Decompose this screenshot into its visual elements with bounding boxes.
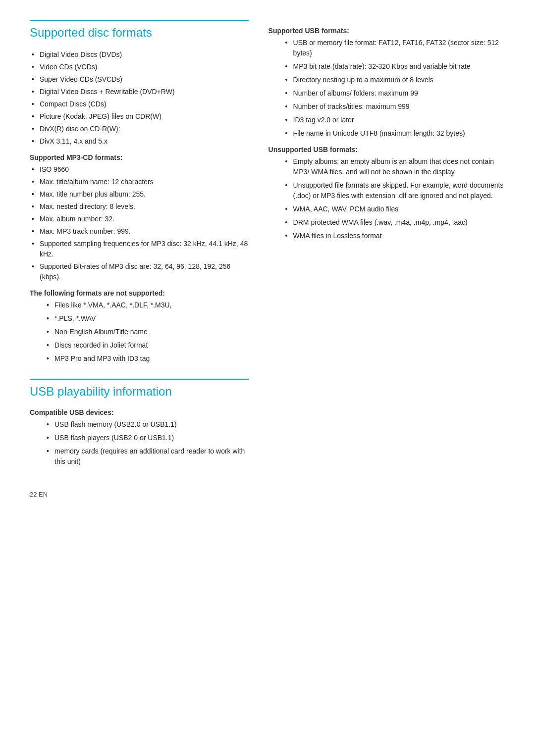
list-item: Directory nesting up to a maximum of 8 l… — [283, 75, 505, 85]
list-item: Discs recorded in Joliet format — [45, 340, 249, 351]
supported-usb-list: USB or memory file format: FAT12, FAT16,… — [268, 38, 505, 139]
left-column: Supported disc formats Digital Video Dis… — [30, 20, 249, 471]
mp3-items-list: ISO 9660Max. title/album name: 12 charac… — [30, 164, 249, 282]
list-item: USB flash memory (USB2.0 or USB1.1) — [45, 419, 249, 430]
list-item: DivX(R) disc on CD-R(W): — [30, 124, 249, 134]
list-item: File name in Unicode UTF8 (maximum lengt… — [283, 128, 505, 139]
unsupported-usb-list: Empty albums: an empty album is an album… — [268, 156, 505, 241]
list-item: ID3 tag v2.0 or later — [283, 115, 505, 125]
list-item: Max. title number plus album: 255. — [30, 189, 249, 200]
list-item: Number of tracks/titles: maximum 999 — [283, 101, 505, 112]
list-item: *.PLS, *.WAV — [45, 313, 249, 324]
list-item: USB flash players (USB2.0 or USB1.1) — [45, 433, 249, 443]
list-item: DRM protected WMA files (.wav, .m4a, .m4… — [283, 217, 505, 228]
unsupported-usb-title: Unsupported USB formats: — [268, 146, 505, 153]
list-item: Super Video CDs (SVCDs) — [30, 74, 249, 85]
list-item: Picture (Kodak, JPEG) files on CDR(W) — [30, 111, 249, 122]
list-item: Files like *.VMA, *.AAC, *.DLF, *.M3U, — [45, 300, 249, 310]
not-supported-title: The following formats are not supported: — [30, 289, 249, 297]
list-item: Supported sampling frequencies for MP3 d… — [30, 239, 249, 259]
list-item: Max. album number: 32. — [30, 214, 249, 224]
supported-usb-title: Supported USB formats: — [268, 27, 505, 35]
page-container: Supported disc formats Digital Video Dis… — [0, 0, 535, 518]
list-item: MP3 bit rate (data rate): 32-320 Kbps an… — [283, 61, 505, 72]
list-item: Digital Video Discs + Rewritable (DVD+RW… — [30, 87, 249, 97]
list-item: Number of albums/ folders: maximum 99 — [283, 88, 505, 99]
disc-items-list: Digital Video Discs (DVDs)Video CDs (VCD… — [30, 50, 249, 147]
disc-formats-title: Supported disc formats — [30, 20, 249, 42]
list-item: Supported Bit-rates of MP3 disc are: 32,… — [30, 261, 249, 282]
compatible-usb-title: Compatible USB devices: — [30, 408, 249, 416]
top-section: Supported disc formats Digital Video Dis… — [30, 20, 505, 471]
usb-section-left: USB playability information Compatible U… — [30, 379, 249, 467]
list-item: Empty albums: an empty album is an album… — [283, 156, 505, 177]
list-item: ISO 9660 — [30, 164, 249, 175]
page-footer: 22 EN — [30, 491, 505, 498]
list-item: DivX 3.11, 4.x and 5.x — [30, 136, 249, 147]
list-item: Non-English Album/Title name — [45, 327, 249, 337]
list-item: Compact Discs (CDs) — [30, 99, 249, 109]
list-item: WMA, AAC, WAV, PCM audio files — [283, 204, 505, 214]
list-item: memory cards (requires an additional car… — [45, 446, 249, 467]
list-item: Video CDs (VCDs) — [30, 62, 249, 72]
list-item: Max. MP3 track number: 999. — [30, 226, 249, 237]
list-item: Digital Video Discs (DVDs) — [30, 50, 249, 60]
mp3-formats-title: Supported MP3-CD formats: — [30, 153, 249, 161]
right-column: Supported USB formats: USB or memory fil… — [268, 20, 505, 471]
usb-title: USB playability information — [30, 379, 249, 401]
list-item: Max. title/album name: 12 characters — [30, 177, 249, 187]
list-item: Max. nested directory: 8 levels. — [30, 202, 249, 212]
compatible-usb-list: USB flash memory (USB2.0 or USB1.1)USB f… — [30, 419, 249, 467]
list-item: WMA files in Lossless format — [283, 231, 505, 241]
list-item: Unsupported file formats are skipped. Fo… — [283, 180, 505, 201]
not-supported-list: Files like *.VMA, *.AAC, *.DLF, *.M3U,*.… — [30, 300, 249, 364]
list-item: MP3 Pro and MP3 with ID3 tag — [45, 353, 249, 364]
list-item: USB or memory file format: FAT12, FAT16,… — [283, 38, 505, 58]
